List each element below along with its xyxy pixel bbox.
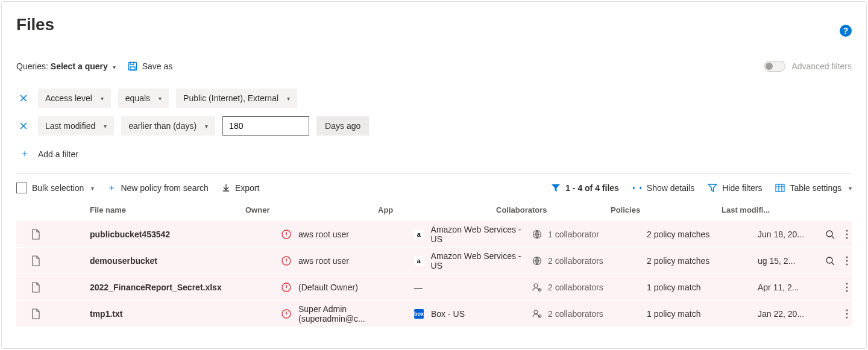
filter-days-input[interactable] (222, 116, 309, 136)
queries-dropdown[interactable]: Queries: Select a query ▾ (16, 61, 116, 71)
row-more-button[interactable] (846, 283, 848, 292)
new-policy-button[interactable]: ＋ New policy from search (107, 183, 209, 193)
column-header-name[interactable]: File name (16, 205, 245, 214)
remove-filter-button[interactable] (16, 122, 31, 130)
export-button[interactable]: Export (222, 183, 259, 193)
show-details-label: Show details (647, 183, 694, 193)
table-row[interactable]: tmp1.txtSuper Admin (superadmin@c...boxB… (16, 300, 852, 327)
row-more-button[interactable] (846, 309, 848, 319)
files-table: File name Owner App Collaborators Polici… (16, 199, 852, 327)
warning-icon (281, 256, 291, 266)
table-settings-button[interactable]: Table settings ▾ (775, 183, 852, 193)
advanced-filters-toggle[interactable] (764, 61, 785, 72)
warning-icon (281, 309, 291, 319)
close-icon (20, 122, 27, 130)
filter-outline-icon (708, 183, 717, 193)
table-settings-label: Table settings (790, 183, 841, 193)
column-header-collaborators[interactable]: Collaborators (496, 205, 611, 214)
filter-operator-label: equals (125, 93, 150, 103)
svg-point-23 (534, 310, 538, 314)
close-icon (20, 95, 27, 102)
plus-icon: ＋ (107, 183, 116, 193)
export-label: Export (235, 183, 259, 193)
table-row[interactable]: publicbucket453542aws root useraAmazon W… (16, 220, 852, 247)
person-search-icon (532, 283, 542, 292)
svg-rect-1 (130, 63, 134, 65)
expand-icon (632, 184, 642, 192)
svg-point-9 (846, 237, 848, 239)
file-name: publicbucket453542 (90, 230, 170, 239)
row-more-button[interactable] (846, 256, 848, 266)
column-header-policies[interactable]: Policies (611, 205, 722, 214)
row-search-button[interactable] (825, 230, 835, 239)
box-logo-icon: box (414, 309, 424, 319)
help-button[interactable]: ? (840, 25, 852, 37)
chevron-down-icon: ▾ (104, 123, 107, 130)
app-name: — (414, 283, 423, 292)
hide-filters-label: Hide filters (722, 183, 762, 193)
owner-name: (Default Owner) (298, 283, 358, 292)
table-row[interactable]: demouserbucketaws root useraAmazon Web S… (16, 247, 852, 273)
file-icon (31, 229, 40, 240)
column-header-owner[interactable]: Owner (245, 205, 378, 214)
filter-field-dropdown[interactable]: Last modified ▾ (38, 116, 114, 136)
chevron-down-icon: ▾ (159, 95, 162, 102)
globe-icon (532, 256, 542, 266)
show-details-button[interactable]: Show details (632, 183, 694, 193)
svg-point-25 (846, 309, 848, 311)
table-row[interactable]: 2022_FinanceReport_Secret.xlsx(Default O… (16, 273, 852, 300)
table-icon (775, 184, 785, 192)
add-filter-label: Add a filter (38, 149, 78, 159)
chevron-down-icon: ▾ (849, 185, 852, 192)
remove-filter-button[interactable] (16, 95, 31, 102)
download-icon (222, 184, 230, 192)
owner-name: aws root user (298, 256, 349, 266)
svg-point-21 (846, 290, 848, 292)
filter-row: Access level ▾ equals ▾ Public (Internet… (16, 89, 852, 108)
aws-logo-icon: a (414, 256, 424, 266)
svg-point-15 (846, 263, 848, 265)
warning-icon (281, 283, 291, 292)
add-filter-button[interactable]: ＋ Add a filter (16, 148, 852, 160)
svg-point-17 (534, 284, 538, 287)
plus-icon: ＋ (19, 148, 31, 160)
filter-operator-dropdown[interactable]: earlier than (days) ▾ (121, 116, 215, 136)
filter-icon (551, 183, 561, 193)
file-icon (31, 308, 40, 319)
svg-point-13 (846, 256, 848, 258)
policies-text: 1 policy match (647, 283, 700, 292)
chevron-down-icon: ▾ (113, 64, 116, 70)
collaborators-text: 2 collaborators (548, 256, 603, 266)
row-more-button[interactable] (846, 230, 848, 239)
column-header-app[interactable]: App (378, 205, 496, 214)
row-search-button[interactable] (825, 256, 835, 266)
save-icon (128, 61, 137, 71)
svg-point-8 (846, 233, 848, 235)
chevron-down-icon: ▾ (101, 95, 104, 102)
chevron-down-icon: ▾ (287, 95, 290, 102)
modified-text: Jun 18, 20... (758, 230, 804, 239)
svg-rect-2 (130, 67, 135, 70)
app-name: Box - US (431, 309, 465, 319)
file-icon (31, 255, 40, 266)
svg-point-7 (846, 230, 848, 231)
save-as-button[interactable]: Save as (128, 61, 173, 71)
app-name: Amazon Web Services - US (431, 225, 532, 244)
queries-label: Queries: (16, 61, 48, 71)
filter-field-dropdown[interactable]: Access level ▾ (38, 89, 111, 108)
page-title: Files (16, 15, 54, 34)
filter-field-label: Access level (45, 93, 92, 103)
chevron-down-icon: ▾ (91, 185, 94, 192)
modified-text: Apr 11, 2... (758, 283, 799, 292)
filter-value-dropdown[interactable]: Public (Internet), External ▾ (176, 89, 297, 108)
checkbox-icon (16, 183, 27, 193)
hide-filters-button[interactable]: Hide filters (708, 183, 762, 193)
filter-suffix: Days ago (316, 116, 369, 136)
filter-operator-dropdown[interactable]: equals ▾ (118, 89, 169, 108)
bulk-selection-button[interactable]: Bulk selection ▾ (16, 183, 94, 193)
file-name: 2022_FinanceReport_Secret.xlsx (90, 283, 222, 292)
policies-text: 1 policy match (647, 309, 700, 319)
person-search-icon (532, 309, 542, 319)
svg-point-12 (826, 257, 832, 263)
column-header-modified[interactable]: Last modifi... (722, 205, 779, 214)
